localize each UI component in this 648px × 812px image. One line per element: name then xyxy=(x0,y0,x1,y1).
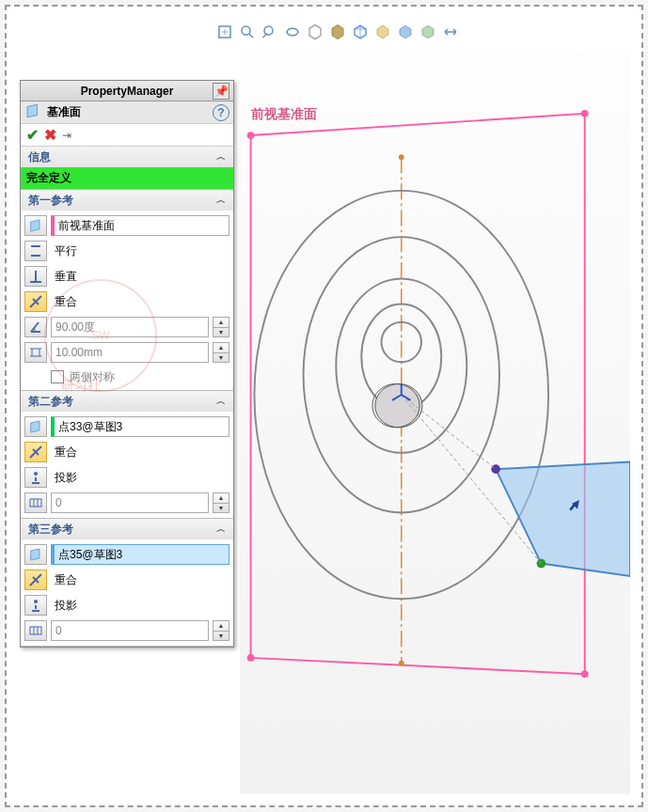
property-manager-panel: PropertyManager 📌 基准面 ? ✔ ✖ ⇥ 信息︿ 完全定义 第… xyxy=(20,80,234,648)
info-section: 信息︿ 完全定义 xyxy=(21,147,233,190)
pm-title: PropertyManager xyxy=(81,85,174,98)
symmetric-label: 两侧对称 xyxy=(70,369,115,385)
entity-icon[interactable] xyxy=(24,416,47,437)
coincident-label: 重合 xyxy=(51,291,229,313)
section-view-icon[interactable] xyxy=(283,23,302,41)
svg-rect-25 xyxy=(30,499,41,507)
svg-point-2 xyxy=(264,26,273,35)
ok-button[interactable]: ✔ xyxy=(26,126,39,144)
status-fully-defined: 完全定义 xyxy=(21,167,233,189)
coincident-icon[interactable] xyxy=(24,442,47,462)
svg-point-26 xyxy=(34,600,38,603)
view-setting-icon[interactable] xyxy=(419,23,437,41)
distance-icon[interactable] xyxy=(24,342,47,363)
feature-name: 基准面 xyxy=(47,104,81,120)
pm-pin-button[interactable]: 📌 xyxy=(213,83,229,100)
svg-point-5 xyxy=(247,132,255,139)
svg-point-11 xyxy=(399,661,404,666)
display-style-icon[interactable] xyxy=(328,23,347,41)
svg-point-20 xyxy=(491,464,500,474)
entity-icon[interactable] xyxy=(24,215,47,236)
angle-spinner[interactable]: ▲▼ xyxy=(213,317,229,337)
project-label: 投影 xyxy=(51,467,229,489)
apply-scene-icon[interactable] xyxy=(396,23,415,41)
count-spinner[interactable]: ▲▼ xyxy=(213,492,229,513)
svg-point-1 xyxy=(242,26,250,35)
previous-view-icon[interactable] xyxy=(261,23,279,41)
svg-marker-19 xyxy=(496,461,630,576)
coincident-icon[interactable] xyxy=(24,570,47,590)
distance-spinner[interactable]: ▲▼ xyxy=(213,342,229,363)
coincident-label: 重合 xyxy=(51,570,229,591)
edit-appearance-icon[interactable] xyxy=(373,23,392,41)
plane-label: 前视基准面 xyxy=(251,106,317,123)
first-ref-section: 第一参考︿ 前视基准面 平行 垂直 重合 90.00度▲▼ 10.00mm▲▼ … xyxy=(21,190,233,391)
hide-show-icon[interactable] xyxy=(351,23,370,41)
third-ref-entity[interactable]: 点35@草图3 xyxy=(51,544,229,565)
svg-point-7 xyxy=(581,670,589,678)
info-header[interactable]: 信息︿ xyxy=(21,147,233,167)
parallel-icon[interactable] xyxy=(24,241,47,261)
feature-header: 基准面 ? xyxy=(21,102,233,124)
pm-title-bar: PropertyManager 📌 xyxy=(21,81,233,102)
zoom-to-fit-icon[interactable] xyxy=(215,23,234,41)
project-icon[interactable] xyxy=(24,467,47,488)
perpendicular-label: 垂直 xyxy=(51,266,229,288)
graphics-viewport[interactable]: 前视基准面 xyxy=(240,50,630,794)
action-bar: ✔ ✖ ⇥ xyxy=(21,124,233,147)
project-icon[interactable] xyxy=(24,595,47,616)
coincident-label: 重合 xyxy=(51,442,229,463)
angle-input[interactable]: 90.00度 xyxy=(51,317,209,337)
perpendicular-icon[interactable] xyxy=(24,266,47,287)
svg-point-10 xyxy=(399,154,404,160)
mate-icon[interactable] xyxy=(441,23,460,41)
third-ref-header[interactable]: 第三参考︿ xyxy=(21,519,233,539)
svg-point-3 xyxy=(287,28,298,36)
count-icon[interactable] xyxy=(24,492,47,513)
second-ref-entity[interactable]: 点33@草图3 xyxy=(51,416,229,437)
second-ref-section: 第二参考︿ 点33@草图3 重合 投影 0▲▼ xyxy=(21,391,233,519)
cancel-button[interactable]: ✖ xyxy=(44,126,56,144)
coincident-icon[interactable] xyxy=(24,291,47,312)
app-frame: 前视基准面 PropertyManager 📌 基准面 ? xyxy=(5,5,643,807)
pushpin-icon[interactable]: ⇥ xyxy=(62,129,71,142)
count-input[interactable]: 0 xyxy=(51,492,209,513)
svg-point-6 xyxy=(581,110,589,117)
angle-icon[interactable] xyxy=(24,317,47,337)
distance-input[interactable]: 10.00mm xyxy=(51,342,209,363)
svg-point-17 xyxy=(375,383,422,427)
plane-feature-icon xyxy=(24,102,41,122)
svg-rect-27 xyxy=(30,627,41,634)
entity-icon[interactable] xyxy=(24,544,47,565)
first-ref-header[interactable]: 第一参考︿ xyxy=(21,190,233,211)
svg-point-24 xyxy=(34,472,38,476)
second-ref-header[interactable]: 第二参考︿ xyxy=(21,391,233,412)
view-orientation-icon[interactable] xyxy=(306,23,324,41)
symmetric-checkbox[interactable] xyxy=(51,370,64,383)
view-toolbar xyxy=(215,20,632,44)
count-input[interactable]: 0 xyxy=(51,620,209,641)
count-icon[interactable] xyxy=(24,620,47,641)
third-ref-section: 第三参考︿ 点35@草图3 重合 投影 0▲▼ xyxy=(21,519,233,647)
model-view xyxy=(240,50,630,794)
project-label: 投影 xyxy=(51,595,229,617)
svg-point-8 xyxy=(247,654,255,662)
help-icon[interactable]: ? xyxy=(213,104,229,121)
parallel-label: 平行 xyxy=(51,241,229,262)
pm-body: 信息︿ 完全定义 第一参考︿ 前视基准面 平行 垂直 重合 90.00度▲▼ 1… xyxy=(21,147,233,647)
count-spinner[interactable]: ▲▼ xyxy=(213,620,229,641)
zoom-area-icon[interactable] xyxy=(238,23,257,41)
first-ref-entity[interactable]: 前视基准面 xyxy=(51,215,229,236)
